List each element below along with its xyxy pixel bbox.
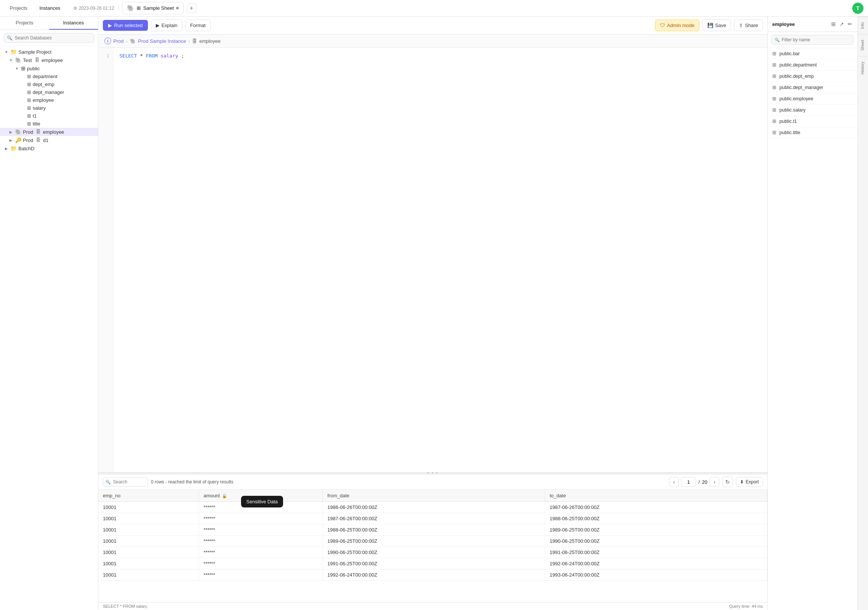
table-list: ⊞public.bar⊞public.department⊞public.dep…	[768, 48, 857, 610]
sql-editor[interactable]: SELECT * FROM salary ;	[113, 48, 767, 472]
vtab-history[interactable]: History	[858, 56, 868, 80]
sidebar-tab-projects[interactable]: Projects	[0, 17, 49, 29]
tree-item-title[interactable]: ▶ ⊞ title	[0, 120, 98, 128]
tree-label: Prod	[23, 138, 33, 143]
db-icon: 🗄	[36, 129, 40, 135]
tree-item-prod-d1[interactable]: ▶ 🔑 Prod 🗄 d1	[0, 136, 98, 144]
chevron-right-icon: ▶	[8, 138, 14, 142]
sidebar: Projects Instances 🔍 ▼ 📁 Sample Project …	[0, 17, 98, 610]
export-label: Export	[746, 479, 759, 484]
cell-emp_no: 10001	[98, 547, 199, 558]
top-nav-tabs: Projects Instances	[5, 3, 66, 13]
timestamp-icon: ⚙	[73, 6, 78, 11]
results-table-wrap: Sensitive Data emp_no amount 🔒 from_date…	[98, 490, 767, 602]
line-numbers: 1	[98, 48, 113, 472]
rs-table-item[interactable]: ⊞public.dept_manager	[768, 82, 857, 93]
db-breadcrumb-icon: 🗄	[192, 38, 197, 44]
rs-table-item[interactable]: ⊞public.t1	[768, 116, 857, 127]
editor-area: 1 SELECT * FROM salary ;	[98, 48, 767, 472]
edit-button[interactable]: ✏	[847, 20, 853, 28]
tree-item-prod[interactable]: ▶ 🐘 Prod 🗄 employee	[0, 128, 98, 136]
save-icon: 💾	[707, 23, 713, 28]
cell-to_date: 1991-06-25T00:00:00Z	[545, 547, 767, 558]
format-button[interactable]: Format	[186, 20, 211, 31]
pg-instance-icon: 🐘	[15, 129, 22, 135]
table-row: 10001******1987-06-26T00:00:00Z1988-06-2…	[98, 513, 767, 525]
table-icon: ⊞	[27, 105, 31, 111]
tree-item-t1[interactable]: ▶ ⊞ t1	[0, 112, 98, 120]
rs-table-name: public.department	[780, 62, 817, 68]
sidebar-tab-instances[interactable]: Instances	[49, 17, 98, 29]
table-icon: ⊞	[772, 73, 777, 79]
share-button[interactable]: ⇧ Share	[734, 20, 763, 31]
table-icon: ⊞	[27, 121, 31, 127]
page-input[interactable]	[681, 477, 696, 487]
admin-mode-button[interactable]: 🛡 Admin mode	[655, 20, 699, 31]
tree-item-salary[interactable]: ▶ ⊞ salary	[0, 104, 98, 112]
tree-label: Sample Project	[19, 49, 51, 55]
format-label: Format	[190, 23, 206, 28]
table-row: 10001******1991-06-25T00:00:00Z1992-06-2…	[98, 558, 767, 570]
export-button[interactable]: ⬇ Export	[736, 477, 763, 487]
rs-table-item[interactable]: ⊞public.department	[768, 59, 857, 71]
rs-table-item[interactable]: ⊞public.bar	[768, 48, 857, 59]
chevron-down-icon: ▼	[14, 67, 20, 71]
tree-item-dept-emp[interactable]: ▶ ⊞ dept_emp	[0, 81, 98, 88]
sheet-tab-dot	[176, 7, 179, 9]
table-icon: ⊞	[27, 97, 31, 103]
cell-from_date: 1989-06-25T00:00:00Z	[323, 535, 545, 547]
tree-item-department[interactable]: ▶ ⊞ department	[0, 73, 98, 81]
breadcrumb-instance[interactable]: Prod Sample Instance	[138, 38, 186, 44]
vtab-sheet[interactable]: Sheet	[858, 34, 868, 56]
table-row: 10001******1989-06-25T00:00:00Z1990-06-2…	[98, 535, 767, 547]
db-icon: 🗄	[35, 57, 39, 63]
cell-amount: ******	[199, 513, 323, 525]
tree-item-batchd[interactable]: ▶ 📁 BatchD	[0, 144, 98, 152]
breadcrumb-prod[interactable]: Prod	[113, 38, 124, 44]
schema-icon: ⊞	[21, 65, 26, 71]
external-link-button[interactable]: ↗	[839, 20, 845, 28]
breadcrumb-table[interactable]: employee	[199, 38, 220, 44]
explain-button[interactable]: ▶ Explain	[151, 20, 183, 31]
tree-item-dept-manager[interactable]: ▶ ⊞ dept_manager	[0, 88, 98, 96]
prev-page-button[interactable]: ‹	[669, 477, 679, 487]
vtab-info[interactable]: Info	[858, 17, 868, 34]
tab-instances[interactable]: Instances	[34, 3, 66, 13]
run-selected-button[interactable]: ▶ Run selected	[103, 20, 148, 31]
tree-label: department	[33, 74, 57, 79]
explain-label: Explain	[161, 23, 178, 28]
results-toolbar: 🔍 0 rows - reached the limit of query re…	[98, 474, 767, 490]
rs-filter-input[interactable]	[772, 35, 854, 45]
tree-label: dept_manager	[33, 89, 64, 95]
next-page-button[interactable]: ›	[710, 477, 719, 487]
tree-item-test[interactable]: ▼ 🐘 Test 🗄 employee	[0, 56, 98, 64]
tree-item-public[interactable]: ▼ ⊞ public	[0, 64, 98, 73]
search-input[interactable]	[4, 33, 94, 43]
save-button[interactable]: 💾 Save	[702, 20, 732, 31]
grid-view-button[interactable]: ⊞	[831, 20, 837, 28]
cell-to_date: 1993-06-24T00:00:00Z	[545, 570, 767, 581]
line-num-1: 1	[98, 52, 113, 60]
rs-table-item[interactable]: ⊞public.employee	[768, 93, 857, 104]
table-icon: ⊞	[772, 130, 777, 135]
rs-table-item[interactable]: ⊞public.dept_emp	[768, 71, 857, 82]
tree-item-employee[interactable]: ▶ ⊞ employee	[0, 96, 98, 104]
new-tab-button[interactable]: +	[187, 3, 196, 13]
sidebar-tabs: Projects Instances	[0, 17, 98, 30]
db-icon: 🗄	[36, 138, 40, 143]
cell-amount: ******	[199, 570, 323, 581]
col-to-date: to_date	[545, 490, 767, 502]
sheet-tab[interactable]: 🐘 ⊞ Sample Sheet	[122, 2, 184, 14]
rs-table-item[interactable]: ⊞public.title	[768, 127, 857, 138]
admin-label: Admin mode	[667, 23, 694, 28]
pg-icon: 🐘	[127, 5, 135, 12]
project-icon: 📁	[11, 49, 17, 55]
table-row: 10001******1990-06-25T00:00:00Z1991-06-2…	[98, 547, 767, 558]
refresh-button[interactable]: ↻	[722, 477, 733, 487]
tree-label: salary	[33, 105, 46, 111]
tree-label: Prod	[23, 129, 33, 135]
rs-table-item[interactable]: ⊞public.salary	[768, 104, 857, 116]
tree-label: title	[33, 121, 40, 127]
tree-item-sample-project[interactable]: ▼ 📁 Sample Project	[0, 48, 98, 56]
tab-projects[interactable]: Projects	[5, 3, 33, 13]
